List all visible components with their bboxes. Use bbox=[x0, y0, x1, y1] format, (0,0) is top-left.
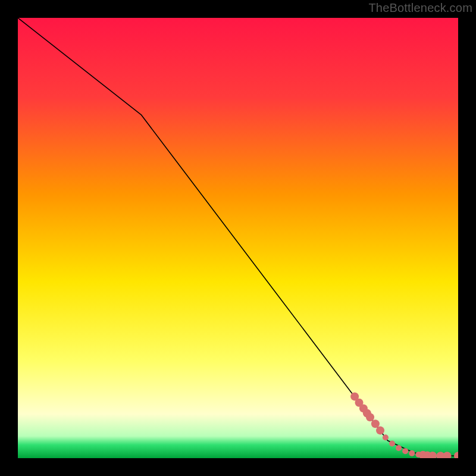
data-marker bbox=[389, 441, 395, 447]
data-marker bbox=[402, 448, 408, 454]
plot-area bbox=[18, 18, 458, 458]
data-marker bbox=[396, 445, 402, 451]
data-marker bbox=[376, 426, 384, 434]
data-marker bbox=[366, 413, 374, 421]
data-marker bbox=[409, 450, 415, 456]
chart-frame: TheBottleneck.com bbox=[0, 0, 476, 476]
data-marker bbox=[383, 434, 389, 440]
gradient-background bbox=[18, 18, 458, 458]
chart-svg bbox=[18, 18, 458, 458]
watermark-text: TheBottleneck.com bbox=[368, 1, 472, 15]
